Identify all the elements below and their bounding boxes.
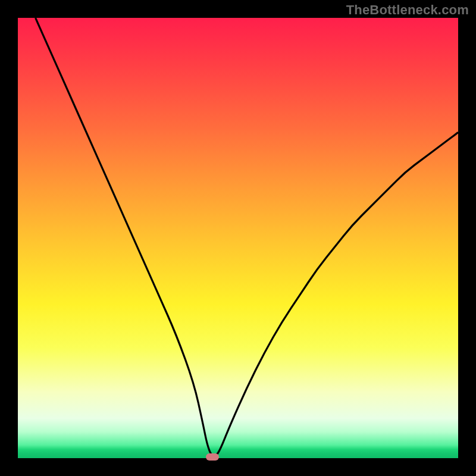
bottleneck-curve	[18, 18, 458, 458]
watermark-text: TheBottleneck.com	[346, 2, 469, 18]
chart-container: TheBottleneck.com	[0, 0, 476, 476]
curve-path	[36, 18, 458, 456]
cursor-marker	[206, 453, 219, 461]
